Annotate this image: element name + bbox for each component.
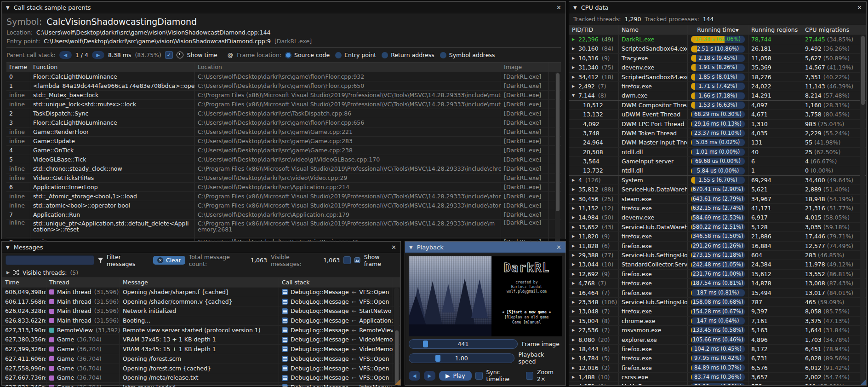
close-icon[interactable]: ✕ xyxy=(391,244,396,251)
expand-tree-icon[interactable]: ▶ xyxy=(572,382,576,385)
resize-grip[interactable] xyxy=(860,379,866,385)
collapse-icon[interactable]: ▼ xyxy=(6,5,10,10)
message-row[interactable]: 627,667,736nsGame(36,704)Opening /meta/r… xyxy=(2,373,400,382)
cpu-row[interactable]: ▶8,080(20)explorer.exe105.66 ms (0.46%)4… xyxy=(569,335,866,344)
cpu-row[interactable]: ▶1,488(10)csrss.exe83.74 ms (0.36%)3,657… xyxy=(569,372,866,381)
collapse-tree-icon[interactable]: ▼ xyxy=(572,91,576,100)
message-row[interactable]: 627,558,996nsGame(36,704)Opening /forest… xyxy=(2,364,400,373)
zoom-2x-checkbox[interactable]: ✓ xyxy=(526,372,533,380)
callstack-row[interactable]: inlinestd::_Atomic_storage<bool,1>::load… xyxy=(6,191,561,201)
close-icon[interactable]: ✕ xyxy=(556,4,561,11)
message-row[interactable]: 606,117,568nsMain thread(31,596)Opening … xyxy=(2,297,400,306)
radio-button[interactable] xyxy=(440,52,446,58)
callstack-cell[interactable]: DebugLog::Message←RemoteViev xyxy=(279,326,393,335)
column-header[interactable]: Name xyxy=(619,25,688,35)
visible-threads-label[interactable]: Visible threads: xyxy=(23,269,67,276)
expand-tree-icon[interactable]: ▶ xyxy=(572,335,576,344)
callstack-row[interactable]: 6Application::InnerLoopC:\Users\wolf\Des… xyxy=(6,182,561,191)
step-back-button[interactable]: ◀ xyxy=(409,371,420,381)
expand-tree-icon[interactable]: ▶ xyxy=(572,82,576,91)
callstack-scrollbar[interactable] xyxy=(555,72,560,245)
cpu-row[interactable]: 13,732ntdll.dll5.84 us (0.00%)10(0.00%) xyxy=(569,166,866,175)
frame-location-option[interactable]: Return address xyxy=(382,52,434,58)
cpu-titlebar[interactable]: ▼ CPU data ✕ xyxy=(569,2,866,13)
expand-tree-icon[interactable]: ▶ xyxy=(572,260,576,269)
callstack-cell[interactable]: DebugLog::Message←IntroMenu:: xyxy=(279,383,393,387)
cpu-row[interactable]: ▶13,048(7)firefox.exe154.28 ms (0.67%)9,… xyxy=(569,306,866,316)
expand-tree-icon[interactable]: ▶ xyxy=(572,289,576,297)
cpu-row[interactable]: 13,132uDWM Event Thread68.29 ms (0.30%)4… xyxy=(569,110,866,119)
collapse-icon[interactable]: ▼ xyxy=(573,5,577,10)
callstack-row[interactable]: inlinestd::unique_lock<std::mutex>::lock… xyxy=(6,99,561,109)
cpu-row[interactable]: ▶11,828(6)firefox.exe291.26 ms (1.26%)16… xyxy=(569,241,866,250)
frame-location-option[interactable]: Entry point xyxy=(335,52,376,58)
callstack-cell[interactable]: DebugLog::Message←VideoMemo xyxy=(279,345,393,354)
cpu-row[interactable]: ▶18,444(6)firefox.exe104.2 ms (0.45%)8,1… xyxy=(569,344,866,353)
messages-scrollbar[interactable] xyxy=(394,288,399,386)
callstack-cell[interactable]: DebugLog::Message←VFS::Open xyxy=(279,288,393,297)
callstack-row[interactable]: 2TaskDispatch::SyncC:\Users\wolf\Desktop… xyxy=(6,109,561,118)
cpu-row[interactable]: 20,508ntdll.dll1.01 ms (0.00%)4025(62.50… xyxy=(569,147,866,156)
expand-tree-icon[interactable]: ▶ xyxy=(572,35,576,44)
playback-titlebar[interactable]: ▼ Playback ✕ xyxy=(405,242,565,253)
collapse-icon[interactable]: ▼ xyxy=(6,245,10,250)
message-row[interactable]: 606,049,398nsMain thread(31,596)Opening … xyxy=(2,287,400,297)
cpu-row[interactable]: 24,964DWM Master Input Threa5.03 ms (0.0… xyxy=(569,138,866,147)
messages-scrollbar-thumb[interactable] xyxy=(395,330,399,385)
expand-tree-icon[interactable]: ▶ xyxy=(572,279,576,288)
cpu-row[interactable]: 4,092DWM LPC Port Thread29.16 ms (0.13%)… xyxy=(569,119,866,128)
cpu-row[interactable]: ▶12,016(2)firefox.exe84.89 ms (0.37%)6,5… xyxy=(569,363,866,372)
message-row[interactable]: 627,313,190nsRemoteView(31,392)Remote vi… xyxy=(2,325,400,335)
expand-tree-icon[interactable]: ▶ xyxy=(572,345,576,353)
column-header[interactable]: PID/TID xyxy=(569,25,619,35)
cpu-row[interactable]: ▶15,004(8)chrome.exe147 ms (0.64%)7,1613… xyxy=(569,316,866,325)
expand-tree-icon[interactable]: ▶ xyxy=(572,54,576,63)
message-row[interactable]: 627,411,606nsGame(36,704)Opening /forest… xyxy=(2,354,400,364)
callstack-row[interactable]: 5VideoGLBase::TickC:\Users\wolf\Desktop\… xyxy=(6,155,561,164)
callstack-row[interactable]: inlineVideo::GetTicksHiResC:\Users\wolf\… xyxy=(6,173,561,182)
cpu-row[interactable]: ▶16,464(7)firefox.exe187 ms (0.81%)15,49… xyxy=(569,288,866,297)
cpu-row[interactable]: ▶27,536(7)msvsmon.exe133.45 ms (0.58%)5,… xyxy=(569,325,866,335)
expand-tree-icon[interactable]: ▶ xyxy=(572,204,576,213)
messages-titlebar[interactable]: ▼ Messages ✕ xyxy=(2,242,400,253)
cpu-row[interactable]: ▶30,456(25)steam.exe643.61 ms (2.79%)34,… xyxy=(569,194,866,203)
callstack-cell[interactable]: DebugLog::Message←Application: xyxy=(279,316,393,325)
close-icon[interactable]: ✕ xyxy=(556,244,561,251)
expand-tree-icon[interactable]: ▶ xyxy=(572,176,576,185)
callstack-row[interactable]: 0Floor::CalcLightNoLuminanceC:\Users\wol… xyxy=(6,72,561,81)
callstack-row[interactable]: inlinestd::chrono::steady_clock::nowC:\P… xyxy=(6,164,561,173)
column-header[interactable]: Running regions xyxy=(748,25,802,35)
callstack-cell[interactable]: DebugLog::Message←VFS::Open xyxy=(279,297,393,306)
cpu-row[interactable]: ▶34,412(18)ScriptedSandbox64.exe1.85 s (… xyxy=(569,72,866,81)
cpu-row[interactable]: ▶2,492(7)firefox.exe1.71 s (7.42%)24,022… xyxy=(569,81,866,91)
cpu-row[interactable]: ▶14,784(5)firefox.exe97.95 ms (0.42%)6,7… xyxy=(569,353,866,363)
callstack-row[interactable]: inlineGame::RenderFloorC:\Users\wolf\Des… xyxy=(6,127,561,136)
sync-timeline-checkbox[interactable]: ✓ xyxy=(475,372,483,380)
callstack-row[interactable]: 1<lambda_84a19dc444fae966ca174e83e708bdc… xyxy=(6,81,561,90)
close-icon[interactable]: ✕ xyxy=(857,4,862,11)
expand-tree-icon[interactable]: ▶ xyxy=(572,373,576,381)
callstack-row[interactable]: 3Floor::CalcLightNoLuminanceC:\Users\wol… xyxy=(6,118,561,127)
expand-tree-icon[interactable]: ▶ xyxy=(572,63,576,72)
expand-tree-icon[interactable]: ▶ xyxy=(572,195,576,203)
message-row[interactable]: 626,833,622nsMain thread(31,596)Booting.… xyxy=(2,316,400,325)
frame-image-slider[interactable]: 441 xyxy=(409,339,518,349)
cpu-row[interactable]: ▶31,340(75)devenv.exe1.91 s (8.26%)35,36… xyxy=(569,63,866,72)
cpu-row[interactable]: 10,512DWM Compositor Thread1.53 s (6.63%… xyxy=(569,100,866,110)
playback-speed-slider[interactable]: 1.00 xyxy=(409,353,514,363)
callstack-row[interactable]: 7Application::RunC:\Users\wolf\Desktop\d… xyxy=(6,210,561,219)
radio-button[interactable] xyxy=(382,52,388,58)
expand-tree-icon[interactable]: ▶ xyxy=(572,317,576,325)
cpu-row[interactable]: ▶11,152(12)firefox.exe632.15 ms (2.74%)4… xyxy=(569,203,866,213)
frame-location-option[interactable]: Symbol address xyxy=(440,52,495,58)
resize-grip[interactable] xyxy=(394,379,400,385)
cpu-row[interactable]: ▶22,396(49)DarkRL.exe14.33 s (62.06%)78,… xyxy=(569,35,866,44)
expand-tree-icon[interactable]: ▶ xyxy=(572,73,576,81)
cpu-row[interactable]: ▶10,316(9)Tracy.exe2.18 s (9.45%)11,0585… xyxy=(569,53,866,63)
collapse-icon[interactable]: ▼ xyxy=(409,245,413,250)
radio-button[interactable] xyxy=(285,52,291,58)
expand-tree-icon[interactable]: ▶ xyxy=(572,270,576,278)
message-row[interactable]: 627,399,326nsGame(36,704)VRAM 43x45: 15 … xyxy=(2,344,400,354)
cpu-row[interactable]: ▶12,692(9)firefox.exe231.76 ms (1.00%)15… xyxy=(569,269,866,278)
callstack-cell[interactable]: DebugLog::Message←VFS::Open xyxy=(279,364,393,373)
